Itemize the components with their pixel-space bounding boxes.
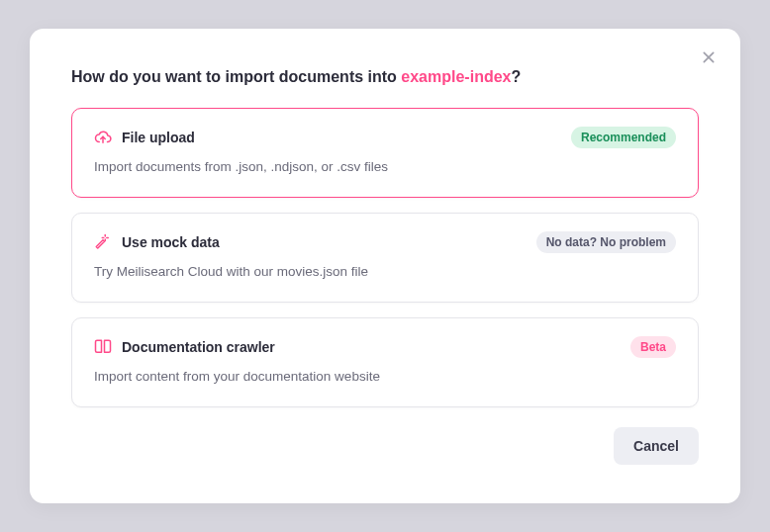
- option-title: Use mock data: [122, 234, 220, 250]
- option-header: Documentation crawler: [94, 338, 676, 356]
- modal-footer: Cancel: [71, 427, 699, 465]
- cancel-button[interactable]: Cancel: [614, 427, 699, 465]
- index-name: example-index: [401, 68, 511, 85]
- option-title: Documentation crawler: [122, 339, 275, 355]
- cloud-upload-icon: [94, 129, 112, 146]
- close-icon: [701, 49, 717, 68]
- option-description: Import documents from .json, .ndjson, or…: [94, 158, 676, 177]
- magic-wand-icon: [94, 233, 112, 251]
- close-button[interactable]: [697, 46, 721, 70]
- badge-beta: Beta: [630, 336, 676, 358]
- option-description: Import content from your documentation w…: [94, 368, 676, 387]
- modal-title: How do you want to import documents into…: [71, 68, 699, 86]
- option-file-upload[interactable]: Recommended File upload Import documents…: [71, 108, 699, 198]
- option-title: File upload: [122, 130, 195, 145]
- option-doc-crawler[interactable]: Beta Documentation crawler Import conten…: [71, 317, 699, 407]
- badge-recommended: Recommended: [571, 127, 676, 148]
- title-suffix: ?: [511, 68, 521, 85]
- option-description: Try Meilisearch Cloud with our movies.js…: [94, 263, 676, 282]
- option-mock-data[interactable]: No data? No problem Use mock data Try Me…: [71, 213, 699, 303]
- title-prefix: How do you want to import documents into: [71, 68, 401, 85]
- import-modal: How do you want to import documents into…: [30, 29, 740, 503]
- book-icon: [94, 338, 112, 356]
- badge-no-data: No data? No problem: [536, 231, 676, 253]
